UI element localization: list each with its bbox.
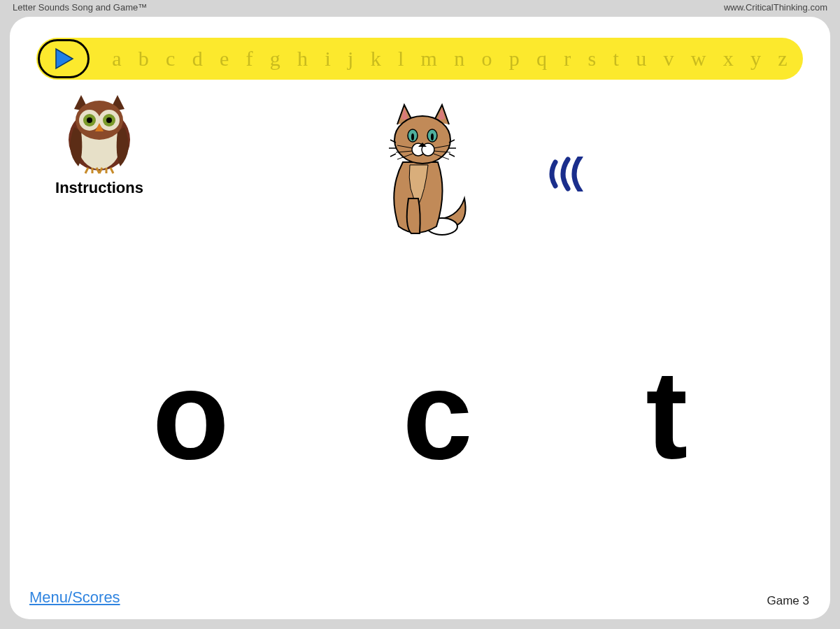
alpha-letter[interactable]: p <box>509 47 520 71</box>
alpha-letter[interactable]: f <box>246 47 253 71</box>
play-sound-button[interactable] <box>548 157 590 194</box>
instructions-label: Instructions <box>43 179 155 197</box>
alpha-letter[interactable]: h <box>297 47 308 71</box>
alphabet-bar: a b c d e f g h i j k l m n o p q r s t … <box>36 38 803 80</box>
letter-choice-2[interactable]: c <box>402 352 472 478</box>
menu-scores-link[interactable]: Menu/Scores <box>29 588 120 607</box>
alpha-letter[interactable]: k <box>371 47 381 71</box>
svg-point-16 <box>431 133 434 140</box>
alpha-letter[interactable]: t <box>613 47 619 71</box>
alpha-letter[interactable]: g <box>270 47 280 71</box>
play-button[interactable] <box>38 39 90 78</box>
letter-choice-3[interactable]: t <box>646 352 688 478</box>
alpha-letter[interactable]: o <box>481 47 492 71</box>
alpha-letter[interactable]: m <box>421 47 437 71</box>
app-site-link[interactable]: www.CriticalThinking.com <box>724 2 827 17</box>
alpha-letter[interactable]: v <box>663 47 674 71</box>
letter-choice-1[interactable]: o <box>152 352 229 478</box>
cat-icon <box>366 101 478 240</box>
alpha-letter[interactable]: b <box>138 47 149 71</box>
alpha-letter[interactable]: q <box>536 47 547 71</box>
alpha-letter[interactable]: d <box>192 47 203 71</box>
alpha-letter[interactable]: y <box>750 47 761 71</box>
alpha-letter[interactable]: n <box>454 47 464 71</box>
alpha-letter[interactable]: c <box>166 47 175 71</box>
game-number-label: Game 3 <box>767 594 809 608</box>
alpha-letter[interactable]: s <box>588 47 597 71</box>
game-panel: a b c d e f g h i j k l m n o p q r s t … <box>10 17 830 619</box>
owl-icon <box>57 91 141 175</box>
alphabet-letters: a b c d e f g h i j k l m n o p q r s t … <box>90 47 803 71</box>
play-icon <box>52 47 76 71</box>
svg-point-15 <box>411 133 414 140</box>
word-image[interactable] <box>366 101 478 243</box>
svg-point-12 <box>394 116 450 164</box>
app-top-bar: Letter Sounds Song and Game™ www.Critica… <box>0 0 840 17</box>
alpha-letter[interactable]: l <box>398 47 404 71</box>
alpha-letter[interactable]: x <box>723 47 734 71</box>
svg-point-8 <box>87 117 92 123</box>
alpha-letter[interactable]: u <box>636 47 646 71</box>
svg-point-9 <box>106 117 112 123</box>
svg-marker-0 <box>56 49 73 68</box>
alpha-letter[interactable]: j <box>348 47 353 71</box>
alpha-letter[interactable]: a <box>112 47 121 71</box>
app-title: Letter Sounds Song and Game™ <box>13 2 147 17</box>
instructions-button[interactable]: Instructions <box>43 91 155 197</box>
alpha-letter[interactable]: w <box>691 47 706 71</box>
alpha-letter[interactable]: r <box>564 47 571 71</box>
alpha-letter[interactable]: z <box>778 47 787 71</box>
alpha-letter[interactable]: e <box>220 47 229 71</box>
sound-waves-icon <box>548 157 590 191</box>
letter-choices: o c t <box>10 352 830 478</box>
alpha-letter[interactable]: i <box>325 47 330 71</box>
